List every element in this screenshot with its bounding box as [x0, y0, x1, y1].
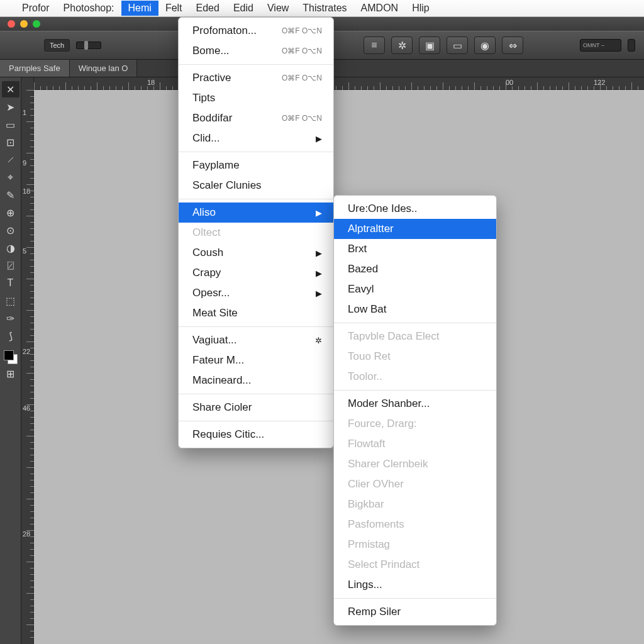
tool-button[interactable]: T [2, 275, 19, 291]
menu-item[interactable]: Coush▶ [179, 243, 333, 263]
menubar-item-profor[interactable]: Profor [15, 1, 57, 16]
window-close-button[interactable] [8, 20, 15, 28]
menu-item[interactable]: Meat Site [179, 303, 333, 323]
quickmask-button[interactable]: ⊞ [2, 365, 19, 382]
options-menu-icon[interactable]: ≡ [364, 36, 385, 54]
menu-item[interactable]: Low Bat [334, 299, 496, 319]
menu-item-label: Alptraltter [348, 223, 485, 235]
menu-item[interactable]: Clid...▶ [179, 128, 333, 148]
tool-button[interactable]: ✎ [2, 187, 19, 203]
menu-item-label: Vagiuat... [192, 334, 296, 347]
menu-item[interactable]: Alptraltter [334, 219, 496, 239]
menu-item[interactable]: Crapy▶ [179, 263, 333, 283]
menu-item[interactable]: Brxt [334, 239, 496, 259]
menubar-item-felt[interactable]: Felt [158, 1, 189, 16]
menu-item: Clier OVher [334, 474, 496, 494]
options-screen-icon[interactable]: ▭ [447, 36, 468, 54]
menu-item[interactable]: Fateur M... [179, 350, 333, 370]
menu-item: Pasfoments [334, 514, 496, 535]
menu-item-label: Remp Siler [348, 606, 485, 618]
menu-item: Oltect [179, 223, 333, 243]
main-dropdown-menu: Profomaton...O⌘F O⌥NBome...O⌘F O⌥NPracti… [178, 17, 334, 448]
menu-item-label: Moder Shanber... [348, 397, 485, 410]
tool-button[interactable]: ⊕ [2, 204, 19, 221]
menubar-item-eded[interactable]: Eded [189, 1, 226, 16]
menu-item-label: Brxt [348, 243, 485, 255]
tool-button[interactable]: ⟋ [2, 152, 19, 168]
options-small-readout[interactable]: OMNT – [580, 39, 621, 52]
menu-item[interactable]: Moder Shanber... [334, 394, 496, 414]
ruler-v-label: 18 [23, 187, 30, 195]
document-tab[interactable]: Parnples Safe [0, 60, 70, 77]
ruler-v-label: 46 [23, 404, 30, 412]
submenu: Ure:One Ides..AlptraltterBrxtBazedEavylL… [333, 195, 497, 626]
menu-item[interactable]: Bome...O⌘F O⌥N [179, 41, 333, 61]
options-slider[interactable] [76, 42, 101, 49]
menu-item-label: Touo Ret [348, 350, 485, 363]
menu-item-label: Select Prindact [348, 558, 485, 571]
submenu-arrow-icon: ▶ [316, 208, 322, 218]
ruler-vertical[interactable]: 19185224628 [21, 77, 34, 644]
tool-button[interactable]: ✑ [2, 310, 19, 326]
menu-item[interactable]: Aliso▶ [179, 203, 333, 223]
menu-item[interactable]: Requies Citic... [179, 425, 333, 445]
menu-item-label: Oltect [192, 226, 322, 239]
tool-button[interactable]: ◑ [2, 240, 19, 256]
window-minimize-button[interactable] [20, 20, 28, 28]
menu-item[interactable]: Tipts [179, 88, 333, 108]
menu-item-label: Ure:One Ides.. [348, 203, 485, 215]
menu-item-label: Bazed [348, 263, 485, 275]
menubar-item-thistrates[interactable]: Thistrates [296, 1, 353, 16]
window-zoom-button[interactable] [33, 20, 40, 28]
document-tab[interactable]: Winque lan O [70, 60, 138, 77]
menu-item: Touo Ret [334, 347, 496, 367]
menu-item[interactable]: Fayplame [179, 155, 333, 175]
menu-item[interactable]: Vagiuat...✲ [179, 330, 333, 350]
menu-item[interactable]: Opesr...▶ [179, 283, 333, 303]
menu-item[interactable]: BoddifarO⌘F O⌥N [179, 108, 333, 128]
menu-item-label: Fateur M... [192, 354, 322, 367]
tool-button[interactable]: ✕ [2, 81, 19, 97]
tool-button[interactable]: ▭ [2, 116, 19, 133]
menu-item[interactable]: PractiveO⌘F O⌥N [179, 68, 333, 88]
tool-button[interactable]: ➤ [2, 99, 19, 115]
menu-item[interactable]: Bazed [334, 259, 496, 279]
menu-item[interactable]: Profomaton...O⌘F O⌥N [179, 21, 333, 41]
tool-button[interactable]: ⊡ [2, 134, 19, 150]
menu-item: Prmistag [334, 535, 496, 555]
menubar-item-hlip[interactable]: Hlip [405, 1, 436, 16]
menubar-item-hemi[interactable]: Hemi [121, 1, 158, 16]
menubar-item-view[interactable]: View [260, 1, 296, 16]
ruler-v-label: 1 [23, 109, 26, 116]
submenu-arrow-icon: ▶ [316, 248, 322, 258]
menubar-item-photoshop[interactable]: Photoshop: [57, 1, 121, 16]
menu-item[interactable]: Eavyl [334, 279, 496, 299]
options-arrows-icon[interactable]: ⇔ [502, 36, 523, 54]
options-sound-icon[interactable]: ◉ [474, 36, 496, 54]
menu-item-label: Requies Citic... [192, 428, 322, 441]
menubar-item-amdon[interactable]: AMDON [354, 1, 406, 16]
color-swatch[interactable] [4, 350, 18, 364]
menu-item-shortcut: O⌘F O⌥N [282, 74, 322, 82]
menu-item[interactable]: Share Cioler [179, 397, 333, 418]
menu-item[interactable]: Remp Siler [334, 602, 496, 622]
tool-button[interactable]: ⟆ [2, 328, 19, 344]
menu-item-shortcut: O⌘F O⌥N [282, 47, 322, 55]
menu-item[interactable]: Scaler Clunies [179, 175, 333, 196]
menu-item[interactable]: Ure:One Ides.. [334, 199, 496, 219]
tool-button[interactable]: ⬚ [2, 292, 19, 309]
macos-menubar: ProforPhotoshop:HemiFeltEdedEdidViewThis… [0, 0, 644, 17]
menu-item-label: Toolor.. [348, 370, 485, 383]
tool-button[interactable]: ⌖ [2, 169, 19, 186]
menu-item-label: Boddifar [192, 112, 263, 125]
tool-button[interactable]: ⍁ [2, 257, 19, 274]
options-gear-icon[interactable]: ✲ [391, 36, 413, 54]
options-camera-icon[interactable]: ▣ [419, 36, 440, 54]
ruler-horizontal[interactable]: 1800122 [34, 77, 644, 90]
menu-item[interactable]: Lings... [334, 575, 496, 595]
menubar-item-edid[interactable]: Edid [226, 1, 260, 16]
menu-item-label: Pasfoments [348, 518, 485, 531]
menu-item[interactable]: Macineard... [179, 370, 333, 391]
options-minimize-stub[interactable] [628, 39, 635, 52]
tool-button[interactable]: ⊙ [2, 222, 19, 238]
